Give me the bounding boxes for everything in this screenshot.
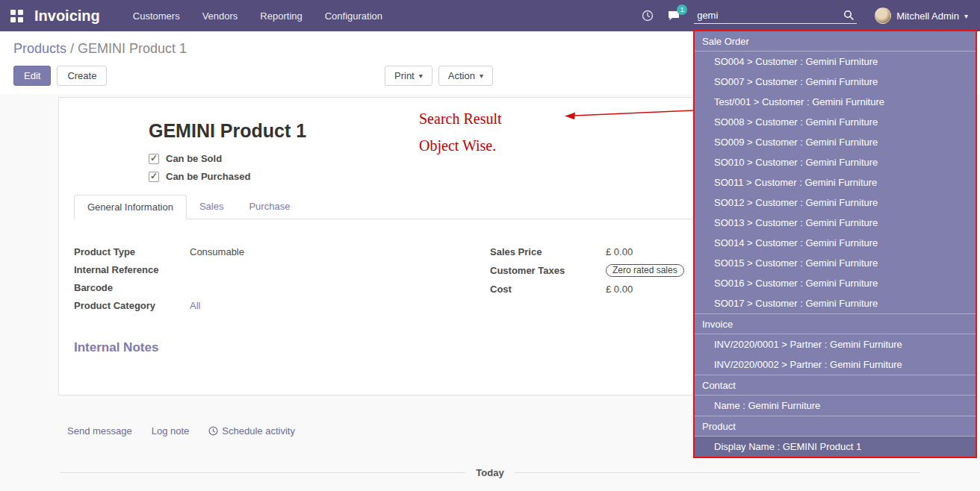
- today-label: Today: [476, 467, 503, 478]
- app-brand[interactable]: Invoicing: [34, 7, 100, 25]
- search-results-dropdown: Sale Order SO004 > Customer : Gemini Fur…: [693, 30, 977, 458]
- search-result-item[interactable]: SO013 > Customer : Gemini Furniture: [695, 213, 976, 233]
- annotation-text-line1: Search Result: [419, 110, 502, 128]
- breadcrumb-current: GEMINI Product 1: [78, 41, 187, 56]
- field-product-category: Product Category All: [74, 300, 490, 311]
- send-message-link[interactable]: Send message: [67, 425, 132, 437]
- log-note-link[interactable]: Log note: [152, 425, 190, 437]
- search-result-item[interactable]: SO012 > Customer : Gemini Furniture: [695, 193, 976, 213]
- action-button[interactable]: Action▾: [438, 66, 493, 86]
- search-group-header-product: Product: [695, 416, 976, 437]
- field-label: Cost: [490, 284, 606, 295]
- today-divider: Today: [60, 467, 920, 478]
- can-be-sold-checkbox[interactable]: [149, 154, 159, 164]
- search-result-item[interactable]: INV/2020/0001 > Partner : Gemini Furnitu…: [695, 334, 976, 354]
- search-result-item[interactable]: SO015 > Customer : Gemini Furniture: [695, 253, 976, 273]
- tab-sales[interactable]: Sales: [187, 195, 237, 219]
- search-group-header-sale-order: Sale Order: [695, 31, 976, 51]
- search-result-item[interactable]: Test/001 > Customer : Gemini Furniture: [695, 92, 976, 112]
- breadcrumb-products-link[interactable]: Products: [13, 41, 66, 56]
- tab-purchase[interactable]: Purchase: [236, 195, 303, 219]
- menu-item-customers[interactable]: Customers: [133, 10, 180, 22]
- breadcrumb-separator: /: [66, 41, 78, 56]
- search-result-item[interactable]: SO004 > Customer : Gemini Furniture: [695, 51, 976, 72]
- field-label: Product Category: [74, 300, 190, 311]
- can-be-purchased-label: Can be Purchased: [166, 171, 250, 182]
- can-be-sold-label: Can be Sold: [166, 153, 222, 164]
- search-result-item[interactable]: INV/2020/0002 > Partner : Gemini Furnitu…: [695, 354, 976, 375]
- product-category-link[interactable]: All: [190, 300, 200, 311]
- search-group-header-invoice: Invoice: [695, 313, 976, 334]
- messages-icon[interactable]: 1: [667, 10, 680, 22]
- search-result-item[interactable]: SO010 > Customer : Gemini Furniture: [695, 152, 976, 172]
- search-group-header-contact: Contact: [695, 375, 976, 395]
- print-button[interactable]: Print▾: [385, 66, 432, 86]
- search-icon[interactable]: [843, 10, 855, 24]
- chevron-down-icon: ▾: [419, 72, 423, 80]
- field-internal-reference: Internal Reference: [74, 264, 490, 275]
- tab-general-information[interactable]: General Information: [74, 195, 187, 219]
- field-barcode: Barcode: [74, 282, 490, 293]
- search-input[interactable]: [694, 7, 857, 24]
- print-button-label: Print: [394, 70, 415, 81]
- search-result-item[interactable]: SO011 > Customer : Gemini Furniture: [695, 172, 976, 193]
- schedule-activity-link[interactable]: Schedule activity: [208, 425, 295, 437]
- field-label: Barcode: [74, 282, 190, 293]
- customer-taxes-tag[interactable]: Zero rated sales: [606, 264, 684, 277]
- user-name: Mitchell Admin: [896, 10, 959, 22]
- apps-menu-icon[interactable]: [10, 10, 23, 22]
- field-value: £ 0.00: [606, 246, 633, 257]
- messages-badge: 1: [677, 4, 687, 15]
- field-label: Sales Price: [490, 246, 606, 257]
- edit-button[interactable]: Edit: [13, 66, 51, 86]
- field-label: Product Type: [74, 246, 190, 257]
- chevron-down-icon: ▾: [480, 72, 483, 80]
- field-label: Internal Reference: [74, 264, 190, 275]
- menu-item-configuration[interactable]: Configuration: [325, 10, 382, 22]
- schedule-activity-label: Schedule activity: [222, 425, 295, 437]
- search-result-item[interactable]: SO007 > Customer : Gemini Furniture: [695, 72, 976, 92]
- chevron-down-icon: ▾: [964, 12, 968, 20]
- navbar-search: [694, 7, 857, 24]
- search-result-item[interactable]: SO016 > Customer : Gemini Furniture: [695, 273, 976, 293]
- search-result-item[interactable]: Name : Gemini Furniture: [695, 395, 976, 416]
- clock-icon: [208, 426, 218, 436]
- menu-item-vendors[interactable]: Vendors: [202, 10, 238, 22]
- can-be-purchased-checkbox[interactable]: [149, 172, 159, 182]
- annotation-arrow: [562, 104, 696, 125]
- menu-item-reporting[interactable]: Reporting: [260, 10, 302, 22]
- create-button[interactable]: Create: [57, 66, 107, 86]
- search-result-item[interactable]: SO017 > Customer : Gemini Furniture: [695, 293, 976, 313]
- search-result-item[interactable]: SO009 > Customer : Gemini Furniture: [695, 132, 976, 152]
- field-label: Customer Taxes: [490, 265, 606, 276]
- activity-clock-icon[interactable]: [642, 10, 654, 22]
- annotation-text-line2: Object Wise.: [419, 137, 496, 154]
- user-menu[interactable]: Mitchell Admin ▾: [875, 7, 968, 24]
- search-result-item[interactable]: SO014 > Customer : Gemini Furniture: [695, 233, 976, 253]
- field-product-type: Product Type Consumable: [74, 246, 490, 257]
- field-value: £ 0.00: [606, 284, 633, 295]
- field-value: Consumable: [190, 246, 244, 257]
- search-result-item[interactable]: SO008 > Customer : Gemini Furniture: [695, 112, 976, 132]
- search-result-item[interactable]: Display Name : GEMINI Product 1: [695, 437, 976, 457]
- main-menu: Customers Vendors Reporting Configuratio…: [133, 10, 382, 22]
- action-button-label: Action: [448, 70, 475, 81]
- avatar: [875, 7, 891, 24]
- top-navbar: Invoicing Customers Vendors Reporting Co…: [0, 0, 980, 31]
